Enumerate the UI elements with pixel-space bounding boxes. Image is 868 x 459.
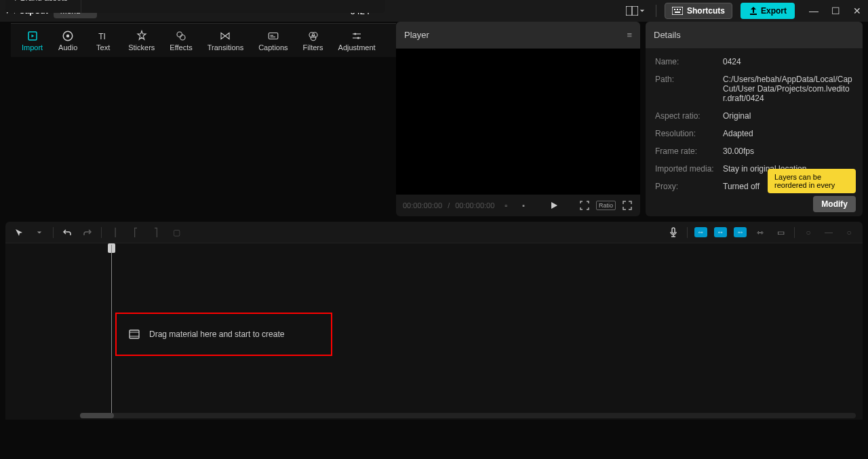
shortcuts-button[interactable]: Shortcuts: [665, 3, 732, 19]
timeline-body[interactable]: Drag material here and start to create: [5, 243, 863, 420]
track-preview-on[interactable]: ◦◦: [734, 227, 747, 237]
track-magnet-on[interactable]: ◦◦: [694, 227, 707, 237]
tab-import[interactable]: Import: [16, 27, 48, 54]
svg-rect-3: [674, 9, 675, 10]
svg-point-21: [354, 33, 356, 35]
svg-point-11: [177, 32, 182, 37]
import-drop-area[interactable]: + Import Videos, audios, and images: [81, 0, 385, 13]
delete-tool[interactable]: ▢: [170, 226, 183, 239]
svg-text:TI: TI: [98, 31, 106, 41]
svg-rect-2: [672, 7, 683, 15]
captions-icon: [267, 30, 279, 42]
asset-tabs: Import Audio TI Text Stickers Effects Tr…: [11, 23, 396, 57]
fullscreen-icon[interactable]: [621, 199, 633, 212]
filters-icon: [307, 30, 319, 42]
tab-filters[interactable]: Filters: [298, 27, 329, 54]
detail-value-aspect: Original: [723, 111, 853, 121]
text-icon: TI: [97, 30, 109, 42]
detail-value-framerate: 30.00fps: [723, 146, 853, 156]
minimize-button[interactable]: —: [808, 5, 819, 16]
tab-text[interactable]: TI Text: [87, 27, 119, 54]
svg-rect-23: [672, 228, 675, 233]
split-right-tool[interactable]: ⎤: [149, 226, 163, 239]
svg-point-12: [180, 35, 186, 40]
svg-point-22: [357, 37, 359, 39]
detail-label-imported: Imported media:: [655, 164, 723, 174]
tab-transitions[interactable]: Transitions: [202, 27, 249, 54]
sidebar-item-brand-assets[interactable]: Brand assets: [9, 0, 77, 7]
chevron-down-icon: [639, 8, 645, 14]
cursor-dropdown[interactable]: [33, 226, 46, 239]
split-tool[interactable]: ⎮: [108, 226, 122, 239]
svg-rect-5: [679, 9, 681, 10]
media-sidebar: Device Import AI generated Stock mate...…: [5, 0, 81, 13]
svg-rect-13: [269, 33, 278, 39]
layout-switch-button[interactable]: [623, 5, 648, 17]
player-controls: 00:00:00:00 / 00:00:00:00 ▫ ▪ Ratio: [396, 195, 640, 216]
player-header: Player: [404, 30, 429, 40]
redo-button[interactable]: [81, 226, 94, 239]
modify-button[interactable]: Modify: [813, 196, 856, 212]
transitions-icon: [219, 30, 231, 42]
svg-rect-24: [130, 330, 139, 338]
detail-label-aspect: Aspect ratio:: [655, 111, 723, 121]
export-icon: [749, 6, 758, 16]
timeline-toolbar: ⎮ ⎡ ⎤ ▢ ◦◦ ◦◦ ◦◦ ⇿ ▭ ○ — ○: [5, 222, 863, 243]
zoom-in-timeline[interactable]: ○: [842, 226, 856, 239]
zoom-in-icon[interactable]: ▪: [517, 199, 530, 212]
audio-icon: [62, 30, 74, 42]
scan-icon[interactable]: [578, 199, 591, 212]
playhead[interactable]: [111, 245, 112, 414]
film-icon: [129, 330, 140, 339]
tab-captions[interactable]: Captions: [253, 27, 293, 54]
detail-label-proxy: Proxy:: [655, 182, 723, 191]
tab-effects[interactable]: Effects: [164, 27, 197, 54]
player-panel: Player ≡ 00:00:00:00 / 00:00:00:00 ▫ ▪ R…: [396, 22, 640, 216]
tab-audio[interactable]: Audio: [52, 27, 83, 54]
stickers-icon: [136, 30, 148, 42]
export-button[interactable]: Export: [741, 3, 795, 19]
detail-label-framerate: Frame rate:: [655, 146, 723, 156]
ratio-button[interactable]: Ratio: [596, 201, 616, 210]
cursor-tool[interactable]: [12, 226, 26, 239]
tab-stickers[interactable]: Stickers: [123, 27, 160, 54]
svg-point-17: [312, 32, 317, 37]
svg-point-18: [311, 35, 316, 41]
track-link-on[interactable]: ◦◦: [714, 227, 727, 237]
detail-label-name: Name:: [655, 57, 723, 66]
detail-value-name: 0424: [723, 57, 853, 66]
maximize-button[interactable]: ☐: [830, 5, 841, 16]
detail-value-resolution: Adapted: [723, 129, 853, 138]
player-viewport[interactable]: [396, 49, 640, 195]
play-button[interactable]: [548, 199, 560, 212]
timeline-drop-hint[interactable]: Drag material here and start to create: [115, 313, 332, 356]
details-header: Details: [654, 30, 681, 40]
timeline-panel: ⎮ ⎡ ⎤ ▢ ◦◦ ◦◦ ◦◦ ⇿ ▭ ○ — ○ Drag material…: [5, 222, 863, 420]
tooltip-layers: Layers can be reordered in every: [768, 169, 856, 193]
detail-value-path: C:/Users/hebah/AppData/Local/CapCut/User…: [723, 75, 853, 103]
svg-rect-4: [677, 9, 678, 10]
adjustment-icon: [351, 30, 363, 42]
tab-adjustment[interactable]: Adjustment: [333, 27, 381, 54]
player-menu-icon[interactable]: ≡: [627, 30, 632, 40]
time-current: 00:00:00:00: [403, 201, 442, 209]
detail-label-path: Path:: [655, 75, 723, 103]
import-icon: [26, 30, 39, 42]
split-left-tool[interactable]: ⎡: [129, 226, 142, 239]
effects-icon: [175, 30, 187, 42]
zoom-slider[interactable]: —: [822, 226, 835, 239]
details-panel: Details Name:0424 Path:C:/Users/hebah/Ap…: [646, 22, 863, 216]
svg-point-9: [66, 34, 70, 37]
undo-button[interactable]: [60, 226, 74, 239]
microphone-button[interactable]: [667, 226, 680, 239]
close-button[interactable]: ✕: [852, 5, 863, 16]
media-panel: Device Import AI generated Stock mate...…: [5, 0, 385, 13]
time-total: 00:00:00:00: [455, 201, 494, 209]
clip-tool[interactable]: ▭: [774, 226, 787, 239]
zoom-out-icon[interactable]: ▫: [500, 199, 512, 212]
zoom-out-timeline[interactable]: ○: [802, 226, 815, 239]
timeline-scrollbar[interactable]: [80, 413, 856, 418]
keyboard-icon: [672, 7, 683, 15]
align-tool[interactable]: ⇿: [753, 226, 767, 239]
detail-label-resolution: Resolution:: [655, 129, 723, 138]
